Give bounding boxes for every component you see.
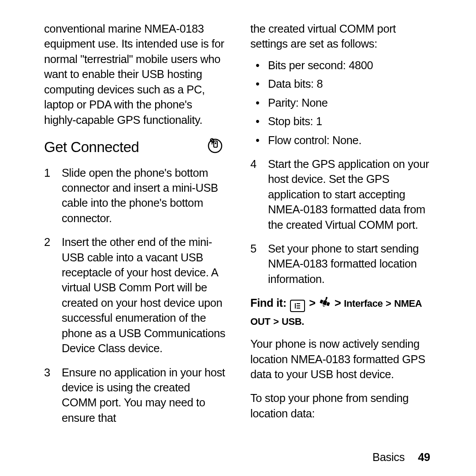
step-text: Ensure no application in your host devic… bbox=[62, 366, 225, 424]
footer-page-number: 49 bbox=[418, 451, 430, 464]
svg-rect-7 bbox=[320, 300, 324, 304]
svg-rect-8 bbox=[327, 302, 330, 306]
step-1: 1 Slide open the phone's bottom connecto… bbox=[44, 165, 226, 226]
separator: > bbox=[335, 297, 341, 309]
list-item: Data bits: 8 bbox=[250, 76, 432, 91]
list-item: Stop bits: 1 bbox=[250, 114, 432, 129]
separator: > bbox=[386, 298, 391, 309]
list-item: Parity: None bbox=[250, 95, 432, 110]
two-column-layout: conventional marine NMEA-0183 equipment … bbox=[44, 21, 432, 446]
step-4: 4 Start the GPS application on your host… bbox=[250, 156, 432, 232]
footer-section: Basics bbox=[372, 451, 405, 464]
right-column: the created virtual COMM port settings a… bbox=[250, 21, 432, 446]
step-text: Slide open the phone's bottom connector … bbox=[62, 167, 218, 224]
step-3: 3 Ensure no application in your host dev… bbox=[44, 365, 226, 426]
separator: > bbox=[273, 316, 279, 327]
svg-line-5 bbox=[213, 142, 214, 143]
result-paragraph: Your phone is now actively sending locat… bbox=[250, 336, 432, 382]
find-it-line: Find it: > > bbox=[250, 295, 432, 328]
page-footer: Basics 49 bbox=[44, 451, 432, 464]
step-number: 3 bbox=[44, 365, 50, 380]
step-number: 5 bbox=[250, 241, 257, 256]
heading-text: Get Connected bbox=[44, 138, 139, 157]
continuation-paragraph: the created virtual COMM port settings a… bbox=[250, 21, 432, 52]
find-it-label: Find it: bbox=[250, 297, 286, 309]
step-2: 2 Insert the other end of the mini-USB c… bbox=[44, 234, 226, 356]
step-text: Start the GPS application on your host d… bbox=[268, 158, 429, 231]
menu-key-icon bbox=[290, 300, 305, 312]
list-item: Flow control: None. bbox=[250, 133, 432, 148]
svg-rect-2 bbox=[215, 142, 216, 144]
steps-list-right: 4 Start the GPS application on your host… bbox=[250, 156, 432, 286]
usb-port-icon bbox=[206, 136, 224, 159]
step-number: 4 bbox=[250, 156, 257, 171]
page: conventional marine NMEA-0183 equipment … bbox=[0, 0, 476, 476]
path-usb: USB bbox=[282, 316, 301, 327]
list-item: Bits per second: 4800 bbox=[250, 58, 432, 73]
comm-settings-list: Bits per second: 4800 Data bits: 8 Parit… bbox=[250, 58, 432, 148]
step-text: Set your phone to start sending NMEA-018… bbox=[268, 242, 419, 285]
section-heading-get-connected: Get Connected bbox=[44, 136, 226, 159]
intro-paragraph: conventional marine NMEA-0183 equipment … bbox=[44, 21, 226, 127]
path-interface: Interface bbox=[344, 298, 383, 309]
stop-paragraph: To stop your phone from sending location… bbox=[250, 390, 432, 421]
steps-list-left: 1 Slide open the phone's bottom connecto… bbox=[44, 165, 226, 426]
step-number: 1 bbox=[44, 165, 50, 180]
separator: > bbox=[309, 297, 316, 309]
step-5: 5 Set your phone to start sending NMEA-0… bbox=[250, 241, 432, 286]
left-column: conventional marine NMEA-0183 equipment … bbox=[44, 21, 226, 446]
step-text: Insert the other end of the mini-USB cab… bbox=[62, 236, 225, 354]
satellite-icon bbox=[319, 296, 331, 313]
step-number: 2 bbox=[44, 234, 50, 249]
